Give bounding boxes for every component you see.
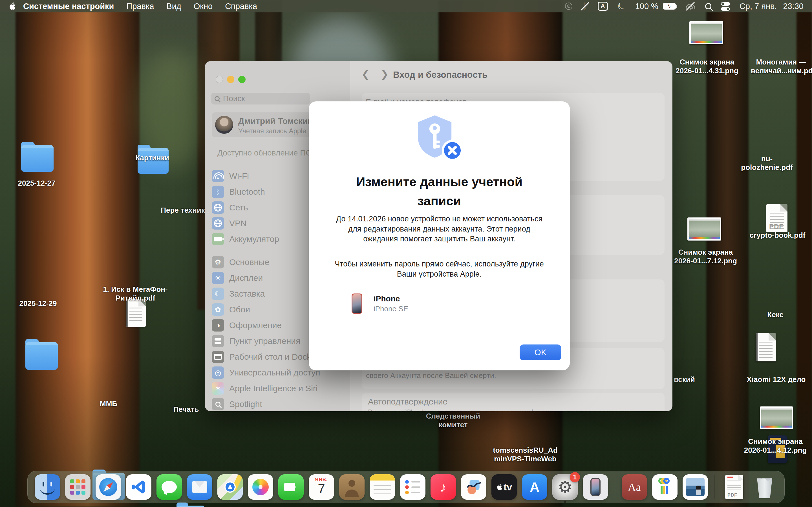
pdf-document-icon[interactable] xyxy=(126,299,146,327)
folder-icon[interactable] xyxy=(26,342,58,370)
menu-time[interactable]: 23:30 xyxy=(783,2,804,11)
desktop-icon-label[interactable]: Снимок экрана 2026-01...4.12.png xyxy=(740,437,811,454)
dock-screen-sharing-icon[interactable] xyxy=(682,474,708,500)
close-window-button[interactable] xyxy=(216,76,223,83)
desktop-icon-label[interactable]: 1. Иск в МегаФон-Ритейл.pdf xyxy=(100,285,170,302)
pdf-file-icon[interactable]: PDF xyxy=(766,204,788,232)
dock-passwords-icon[interactable] xyxy=(652,474,677,500)
pdf-document-icon[interactable] xyxy=(756,333,776,361)
legacy-text: своего Аккаунта после Вашей смерти. xyxy=(366,371,496,380)
nav-forward-icon[interactable]: ❯ xyxy=(380,68,389,80)
music-note-glyph: ♪ xyxy=(440,480,447,495)
screenshot-file-icon[interactable] xyxy=(688,217,721,240)
desktop-icon-label[interactable]: Моногамия — величай...ним.pdf xyxy=(751,58,811,75)
dock-notes-icon[interactable] xyxy=(370,474,395,500)
keyboard-layout-icon[interactable]: A xyxy=(598,2,608,11)
dock-messages-icon[interactable] xyxy=(156,474,182,500)
dictionary-glyph: Aa xyxy=(628,481,641,494)
desktop-icon-label[interactable]: вский xyxy=(674,375,711,384)
search-input[interactable] xyxy=(223,94,302,103)
sidebar-item-label: Spotlight xyxy=(229,399,262,409)
menu-item-edit[interactable]: Правка xyxy=(126,2,154,11)
dock-finder-icon[interactable] xyxy=(35,474,60,500)
dock-iphone-mirroring-icon[interactable] xyxy=(583,474,608,500)
zoom-window-button[interactable] xyxy=(238,76,246,83)
folder-icon[interactable] xyxy=(176,506,205,507)
sun-icon: ☀ xyxy=(212,272,224,284)
screenshot-file-icon[interactable] xyxy=(760,406,793,429)
dock-music-icon[interactable]: ♪ xyxy=(430,474,456,500)
desktop-icon-label[interactable]: 2025-12-27 xyxy=(3,179,70,187)
desktop-icon-label-partial[interactable]: Пере техник xyxy=(157,206,205,215)
menu-item-window[interactable]: Окно xyxy=(194,2,213,11)
dock-vscode-icon[interactable] xyxy=(126,474,151,500)
folder-icon[interactable] xyxy=(21,145,54,172)
dock-freeform-icon[interactable] xyxy=(461,474,486,500)
dock-system-settings-icon[interactable]: ⚙ 1 xyxy=(552,474,578,500)
dialog-paragraph: До 14.01.2026 новое устройство не может … xyxy=(332,214,547,244)
desktop-screen: Системные настройки Правка Вид Окно Спра… xyxy=(0,0,812,507)
minimize-window-button[interactable] xyxy=(227,76,234,83)
iphone-device-icon xyxy=(352,293,362,314)
dock-photos-icon[interactable] xyxy=(248,474,273,500)
gear-glyph: ⚙ xyxy=(558,477,572,497)
sidebar-item-label: Дисплеи xyxy=(229,273,263,283)
autoverify-subtitle: Разрешите iCloud выполнять автоматическо… xyxy=(368,408,631,411)
desktop-icon-label[interactable]: Кекс xyxy=(746,311,805,319)
dock-reminders-icon[interactable] xyxy=(400,474,425,500)
menu-date[interactable]: Ср, 7 янв. xyxy=(740,2,777,11)
dock-launchpad-icon[interactable] xyxy=(65,474,91,500)
ok-button[interactable]: OK xyxy=(520,344,561,360)
dock-dictionary-icon[interactable]: Aa xyxy=(622,474,647,500)
sidebar-item-apple-intelligence[interactable]: ✶ Apple Intelligence и Siri xyxy=(212,381,344,396)
software-update-notice[interactable]: Доступно обновление ПО xyxy=(217,149,312,158)
wifi-off-icon[interactable] xyxy=(686,2,696,10)
dialog-paragraph: Чтобы изменить пароль прямо сейчас, испо… xyxy=(332,259,547,279)
dock-facetime-icon[interactable] xyxy=(278,474,304,500)
dialog-title: Измените данные учетной записи xyxy=(343,172,535,210)
desktop-icon-label[interactable]: Xiaomi 12X дело xyxy=(741,375,811,384)
dock-pdf-document-icon[interactable]: PDF xyxy=(721,474,747,500)
nav-back-icon[interactable]: ❮ xyxy=(361,68,370,80)
battery-percent: 100 % xyxy=(635,2,658,11)
desktop-icon-label[interactable]: crypto-book.pdf xyxy=(747,231,808,240)
device-row[interactable]: iPhone iPhone SE xyxy=(352,293,408,314)
search-icon xyxy=(214,96,220,101)
dock-contacts-icon[interactable] xyxy=(339,474,364,500)
dock-apple-tv-icon[interactable]: tv xyxy=(492,474,517,500)
dock-mail-icon[interactable] xyxy=(187,474,212,500)
menu-item-help[interactable]: Справка xyxy=(225,2,257,11)
hotspot-icon[interactable] xyxy=(565,3,572,10)
desktop-icon-label[interactable]: Снимок экрана 2026-01...7.12.png xyxy=(672,248,739,265)
spotlight-search-icon[interactable] xyxy=(705,3,711,9)
dock: ЯНВ. 7 ♪ tv A ⚙ 1 Aa PDF xyxy=(28,471,784,503)
settings-search-field[interactable] xyxy=(211,93,310,105)
control-center-icon[interactable] xyxy=(721,2,730,11)
notification-badge: 1 xyxy=(570,472,580,482)
screenshot-file-icon[interactable] xyxy=(689,21,723,44)
focus-moon-icon[interactable]: ☾ xyxy=(615,0,627,13)
autoverify-title: Автоподтверждение xyxy=(368,397,448,406)
desktop-icon-label[interactable]: Картинки xyxy=(121,154,183,162)
dock-maps-icon[interactable] xyxy=(217,474,243,500)
desktop-icon-label[interactable]: Печать xyxy=(162,405,210,414)
desktop-icon-label[interactable]: tomscensisRU_AdminVPS-TimeWeb xyxy=(490,446,560,463)
gear-icon: ⚙ xyxy=(212,256,224,269)
desktop-icon-label[interactable]: ММБ xyxy=(93,399,124,408)
menu-item-view[interactable]: Вид xyxy=(166,2,181,11)
dock-calendar-icon[interactable]: ЯНВ. 7 xyxy=(309,474,334,500)
menu-app-name[interactable]: Системные настройки xyxy=(23,2,114,11)
dock-trash-icon[interactable] xyxy=(752,474,777,500)
sidebar-item-spotlight[interactable]: Spotlight xyxy=(212,396,344,411)
desktop-icon-label[interactable]: nu-polozhenie.pdf xyxy=(739,154,795,172)
desktop-icon-label[interactable]: Снимок экрана 2026-01...4.31.png xyxy=(674,58,740,75)
desktop-icon-label[interactable]: 2025-12-29 xyxy=(6,299,70,308)
apple-menu-icon[interactable] xyxy=(8,2,16,10)
sidebar-item-label: Оформление xyxy=(229,321,282,330)
bluetooth-off-icon[interactable]: ᛒ xyxy=(582,1,588,11)
sidebar-item-label: Заставка xyxy=(229,289,265,298)
dock-safari-icon[interactable] xyxy=(96,474,121,500)
desktop-icon-label[interactable]: Следственный комитет xyxy=(420,412,486,429)
dock-app-store-icon[interactable]: A xyxy=(522,474,547,500)
battery-charging-icon[interactable]: ϟ xyxy=(663,3,676,10)
